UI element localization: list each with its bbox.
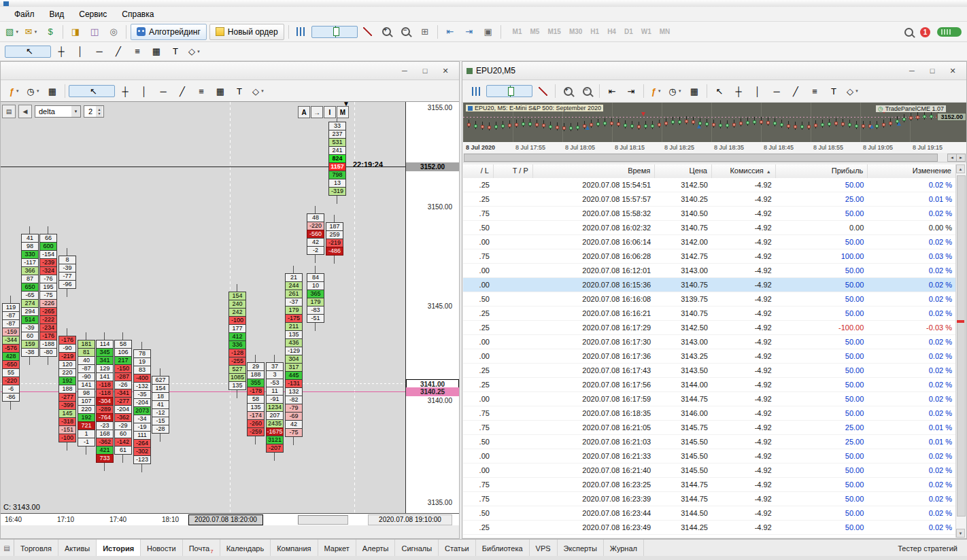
tab-библиотека[interactable]: Библиотека — [476, 540, 530, 557]
zoom-out-tool-button[interactable] — [578, 83, 596, 100]
tab-календарь[interactable]: Календарь — [220, 540, 271, 557]
vline-tool-button[interactable]: │ — [135, 83, 153, 100]
new-order-button[interactable]: Новый ордер — [209, 24, 284, 40]
fx-tool-button[interactable]: ƒ▼ — [5, 83, 23, 100]
crosshair-tool-button[interactable]: ┼ — [52, 43, 70, 60]
panel-icon[interactable]: ▤ — [2, 105, 16, 118]
clock-tool-button[interactable]: ◷▼ — [24, 83, 42, 100]
table-row[interactable]: .002020.07.08 16:15:363140.75-4.9250.000… — [463, 278, 956, 292]
tab-статьи[interactable]: Статьи — [439, 540, 476, 557]
bars-tool-button[interactable] — [467, 83, 485, 100]
tab-торговля[interactable]: Торговля — [14, 540, 58, 557]
shift-left-tool-button[interactable]: ⇤ — [603, 83, 621, 100]
shapes-tool-button[interactable]: ◇▼ — [186, 43, 203, 60]
text-tool-tool-button[interactable]: T — [825, 83, 843, 100]
zoom-in-tool-button[interactable] — [559, 83, 577, 100]
minimize-button[interactable]: ─ — [902, 64, 921, 77]
table-row[interactable]: .252020.07.08 16:17:433143.50-4.9250.000… — [463, 364, 956, 378]
cursor-tool-button[interactable]: ↖ — [5, 46, 51, 58]
tab-алерты[interactable]: Алерты — [356, 540, 396, 557]
market-watch-button[interactable]: ◨ — [67, 23, 84, 40]
vline-tool-button[interactable]: │ — [71, 43, 89, 60]
grid-tool-button[interactable]: ▦ — [685, 83, 703, 100]
fib-tool-button[interactable]: ≡ — [806, 83, 824, 100]
menu-service[interactable]: Сервис — [71, 8, 114, 20]
vline-tool-button[interactable]: │ — [749, 83, 766, 100]
search-icon[interactable] — [904, 28, 913, 37]
close-button[interactable]: ✕ — [943, 64, 962, 77]
notification-badge[interactable]: 1 — [920, 27, 930, 37]
shapes-tool-button[interactable]: ◇▼ — [844, 83, 862, 100]
timeframe-m30[interactable]: M30 — [566, 26, 586, 37]
toolbox-button[interactable]: ◫ — [86, 23, 103, 40]
table-row[interactable]: .002020.07.08 16:12:013143.00-4.9250.000… — [463, 264, 956, 278]
table-row[interactable]: .002020.07.08 16:17:593144.75-4.9250.000… — [463, 392, 956, 406]
chart-corner-button[interactable]: I — [324, 106, 336, 118]
hline-tool-button[interactable]: ─ — [768, 83, 785, 100]
table-row[interactable]: .502020.07.08 16:16:083139.75-4.9250.000… — [463, 292, 956, 307]
scrollbar-thumb[interactable] — [464, 154, 938, 162]
table-row[interactable]: .752020.07.08 16:18:353146.00-4.9250.000… — [463, 406, 956, 421]
table-row[interactable]: .252020.07.08 16:17:293142.50-4.92-100.0… — [463, 321, 956, 335]
close-button[interactable]: ✕ — [436, 64, 455, 77]
maximize-button[interactable]: □ — [923, 64, 942, 77]
column-header[interactable]: Комиссия▲ — [712, 164, 776, 178]
table-row[interactable]: .252020.07.08 15:54:513142.50-4.9250.000… — [463, 178, 956, 192]
tile-windows-button[interactable]: ⊞ — [416, 23, 434, 40]
timeframe-m1[interactable]: M1 — [509, 26, 526, 37]
grid-tool-button[interactable]: ▦ — [148, 43, 165, 60]
menu-help[interactable]: Справка — [114, 8, 161, 20]
timeframe-w1[interactable]: W1 — [638, 26, 655, 37]
stepper-arrows[interactable]: ▲▼ — [96, 106, 103, 117]
tab-новости[interactable]: Новости — [141, 540, 183, 557]
scroll-left-arrow[interactable]: ◄ — [947, 154, 957, 162]
table-row[interactable]: .502020.07.08 16:21:033145.50-4.9225.000… — [463, 435, 956, 449]
clock-tool-button[interactable]: ◷▼ — [666, 83, 684, 100]
period-stepper[interactable]: 2▲▼ — [84, 105, 104, 118]
crosshair-tool-button[interactable]: ┼ — [116, 83, 134, 100]
chart-corner-button[interactable]: A — [298, 106, 310, 118]
table-row[interactable]: .002020.07.08 16:21:403145.50-4.9250.000… — [463, 463, 956, 478]
text-tool-tool-button[interactable]: T — [231, 83, 248, 100]
cursor-tool-button[interactable]: ↖ — [69, 85, 115, 97]
scroll-up-arrow[interactable]: ▲ — [956, 164, 965, 173]
menu-view[interactable]: Вид — [42, 8, 72, 20]
table-row[interactable]: .752020.07.08 16:06:283142.75-4.92100.00… — [463, 249, 956, 264]
fx-tool-button[interactable]: ƒ▼ — [647, 83, 665, 100]
crosshair-tool-button[interactable]: ┼ — [730, 83, 747, 100]
tab-маркет[interactable]: Маркет — [318, 540, 356, 557]
algo-trading-button[interactable]: Алготрейдинг — [131, 24, 207, 40]
table-row[interactable]: .252020.07.08 16:16:213140.75-4.9250.000… — [463, 307, 956, 321]
shift-right-tool-button[interactable]: ⇥ — [622, 83, 640, 100]
maximize-button[interactable]: □ — [415, 64, 435, 77]
column-header[interactable]: Время — [533, 164, 655, 178]
table-row[interactable]: .752020.07.08 16:23:393144.75-4.9250.000… — [463, 492, 956, 506]
scroll-right-arrow[interactable]: ► — [956, 154, 966, 162]
tline-tool-button[interactable]: ╱ — [787, 83, 804, 100]
scrollbar-thumb[interactable] — [957, 175, 966, 517]
tab-сигналы[interactable]: Сигналы — [395, 540, 439, 557]
footprint-mode-select[interactable]: delta▼ — [35, 105, 81, 118]
depth-of-market-button[interactable]: ◎ — [105, 23, 122, 40]
column-header[interactable]: / L — [463, 164, 494, 178]
mini-chart[interactable]: EPU20, M5: E-Mini S&P 500: September 202… — [463, 103, 966, 142]
mini-chart-time-axis[interactable]: 8 Jul 20208 Jul 17:558 Jul 18:058 Jul 18… — [463, 142, 966, 154]
hline-tool-button[interactable]: ─ — [154, 83, 172, 100]
minimize-button[interactable]: ─ — [395, 64, 414, 77]
table-row[interactable]: .252020.07.08 15:57:573140.25-4.9225.000… — [463, 192, 956, 207]
table-row[interactable]: .002020.07.08 16:06:143142.00-4.9250.000… — [463, 235, 956, 249]
table-row[interactable]: .252020.07.08 16:23:493144.25-4.9250.000… — [463, 521, 956, 535]
tab-эксперты[interactable]: Эксперты — [558, 540, 604, 557]
chart-corner-button[interactable]: → — [311, 106, 323, 118]
shapes-tool-button[interactable]: ◇▼ — [250, 83, 267, 100]
table-row[interactable]: .752020.07.08 16:23:253144.75-4.9250.000… — [463, 478, 956, 492]
tab-активы[interactable]: Активы — [58, 540, 97, 557]
chart-corner-button[interactable]: M — [337, 106, 349, 118]
table-row[interactable]: .252020.07.08 16:17:563144.00-4.9250.000… — [463, 378, 956, 392]
zoom-out-button[interactable] — [397, 23, 415, 40]
connection-status-indicator[interactable] — [937, 27, 962, 37]
table-row[interactable]: .752020.07.08 17:39:453142.75-4.9250.000… — [463, 535, 956, 538]
table-row[interactable]: .002020.07.08 16:17:363143.25-4.9250.000… — [463, 349, 956, 364]
tab-журнал[interactable]: Журнал — [604, 540, 644, 557]
zoom-in-button[interactable] — [378, 23, 396, 40]
